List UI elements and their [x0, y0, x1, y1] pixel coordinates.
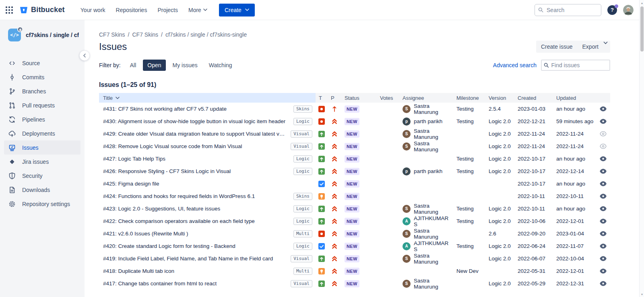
export-chevron-icon[interactable]: [603, 41, 608, 45]
kind-badge-visual[interactable]: Visual: [291, 130, 312, 138]
watching-eye-icon[interactable]: [596, 156, 610, 161]
find-issues-input[interactable]: [551, 62, 608, 69]
kind-badge-logic[interactable]: Logic: [293, 205, 312, 212]
watching-eye-icon[interactable]: [596, 106, 610, 111]
issue-title-link[interactable]: #423: Logic 2.0 - Suggestions, UI, featu…: [103, 206, 220, 212]
column-header-updated[interactable]: Updated: [553, 95, 596, 101]
topnav-item-projects[interactable]: Projects: [157, 7, 178, 13]
watching-eye-icon[interactable]: [596, 206, 610, 211]
kind-badge-visual[interactable]: Visual: [291, 143, 312, 150]
sidebar-item-issues[interactable]: Issues: [4, 140, 80, 155]
scrollbar-thumb[interactable]: [640, 6, 644, 52]
topnav-item-your-work[interactable]: Your work: [80, 7, 105, 13]
issue-title-link[interactable]: #427: Logic Tab Help Tips: [103, 156, 165, 162]
user-avatar[interactable]: [623, 5, 634, 15]
repo-avatar[interactable]: </>: [8, 29, 21, 41]
issue-title-link[interactable]: #417: Change tabs container from html to…: [103, 280, 217, 287]
issue-title-link[interactable]: #430: Alignment issue of show-hide toggl…: [103, 118, 285, 124]
issue-title-link[interactable]: #421: v2.6.0 Issues (Rewrite Multi ): [103, 231, 188, 237]
watching-eye-icon[interactable]: [596, 281, 610, 286]
issue-title-link[interactable]: #431: CF7 Skins not working after CF7 v5…: [103, 106, 227, 112]
kind-badge-logic[interactable]: Logic: [293, 168, 312, 175]
column-header-created[interactable]: Created: [514, 95, 553, 101]
column-header-votes[interactable]: Votes: [377, 95, 399, 101]
bitbucket-logo[interactable]: Bitbucket: [19, 6, 65, 14]
topnav-item-more[interactable]: More: [188, 7, 207, 13]
column-header-milestone[interactable]: Milestone: [453, 95, 485, 101]
kind-badge-visual[interactable]: Visual: [291, 255, 312, 262]
kind-badge-multi[interactable]: Multi: [293, 230, 312, 237]
topnav-item-repositories[interactable]: Repositories: [116, 7, 147, 13]
page-scrollbar[interactable]: ▲ ▼: [639, 0, 644, 297]
watching-eye-icon[interactable]: [596, 181, 610, 186]
chevron-down-icon: [245, 8, 249, 11]
watch-eye-icon[interactable]: [596, 131, 610, 136]
sidebar-item-branches[interactable]: Branches: [4, 84, 80, 98]
create-issue-button[interactable]: Create issue: [536, 41, 578, 53]
filter-tab-my-issues[interactable]: My issues: [168, 60, 202, 71]
watching-eye-icon[interactable]: [596, 243, 610, 249]
sidebar-item-jira-issues[interactable]: Jira issues: [4, 155, 80, 169]
table-row: #426: Responsive Styling - CF7 Skins Log…: [99, 165, 610, 177]
type-proposal-icon: [316, 193, 328, 200]
export-button[interactable]: Export: [578, 41, 603, 53]
table-row: #431: CF7 Skins not working after CF7 v5…: [99, 103, 610, 115]
sidebar-item-commits[interactable]: Commits: [4, 70, 80, 84]
sidebar-collapse-button[interactable]: [79, 50, 90, 61]
watching-eye-icon[interactable]: [596, 219, 610, 224]
sidebar-item-deployments[interactable]: Deployments: [4, 126, 80, 140]
assignee-cell: p parth parikh: [399, 118, 453, 126]
column-header-version[interactable]: Version: [485, 95, 514, 101]
kind-badge-visual[interactable]: Visual: [291, 280, 312, 287]
issue-title-link[interactable]: #419: Include Field Label, Field Name, a…: [103, 256, 273, 262]
sidebar-item-pull-requests[interactable]: Pull requests: [4, 98, 80, 112]
breadcrumb-link-cf7skins-single-cf7skins-single[interactable]: cf7skins / single / cf7skins-single: [165, 31, 247, 38]
sidebar-item-pipelines[interactable]: Pipelines: [4, 112, 80, 126]
scroll-down-icon[interactable]: ▼: [640, 291, 644, 297]
advanced-search-link[interactable]: Advanced search: [493, 62, 537, 68]
watching-eye-icon[interactable]: [596, 231, 610, 236]
issue-title-link[interactable]: #425: Figma design file: [103, 181, 159, 187]
kind-badge-logic[interactable]: Logic: [293, 155, 312, 163]
watching-eye-icon[interactable]: [596, 119, 610, 124]
apps-grid-icon[interactable]: [6, 6, 13, 14]
column-header-assignee[interactable]: Assignee: [399, 95, 453, 101]
kind-badge-multi[interactable]: Multi: [293, 268, 312, 275]
column-header-title[interactable]: Title: [99, 93, 316, 103]
issue-title-link[interactable]: #422: Check comparison operators availab…: [103, 218, 255, 224]
global-search-input[interactable]: [546, 6, 598, 14]
breadcrumb-link-cf7-skins[interactable]: CF7 Skins: [99, 31, 125, 38]
filter-tab-all[interactable]: All: [126, 60, 141, 71]
filter-tab-watching[interactable]: Watching: [204, 60, 237, 71]
kind-badge-logic[interactable]: Logic: [293, 243, 312, 250]
assignee-avatar: p: [402, 167, 411, 175]
kind-badge-logic[interactable]: Logic: [293, 118, 312, 125]
sidebar-item-downloads[interactable]: Downloads: [4, 183, 80, 197]
help-button[interactable]: ?: [607, 5, 617, 15]
issue-title-link[interactable]: #429: Create older Visual data migration…: [103, 131, 287, 137]
create-button[interactable]: Create: [219, 4, 255, 16]
issue-title-link[interactable]: #428: Remove Logic Visual source code fr…: [103, 143, 242, 149]
issue-title-link[interactable]: #420: Create standard Logic form for tes…: [103, 243, 235, 249]
column-header-status[interactable]: Status: [341, 95, 377, 101]
column-header-t[interactable]: T: [316, 95, 328, 101]
kind-badge-skins[interactable]: Skins: [293, 105, 312, 113]
issue-title-link[interactable]: #418: Duplicate Multi tab icon: [103, 268, 174, 274]
scroll-up-icon[interactable]: ▲: [640, 0, 644, 6]
sidebar-item-repository-settings[interactable]: Repository settings: [4, 197, 80, 211]
kind-badge-skins[interactable]: Skins: [293, 193, 312, 200]
issue-title-link[interactable]: #424: Functions and hooks for required f…: [103, 193, 255, 199]
watching-eye-icon[interactable]: [596, 256, 610, 261]
watching-eye-icon[interactable]: [596, 169, 610, 174]
filter-tab-open[interactable]: Open: [143, 60, 165, 71]
issue-title-link[interactable]: #426: Responsive Styling - CF7 Skins Log…: [103, 168, 231, 174]
breadcrumb-link-cf7-skins[interactable]: CF7 Skins: [132, 31, 158, 38]
column-header-p[interactable]: P: [328, 95, 341, 101]
watching-eye-icon[interactable]: [596, 194, 610, 199]
sidebar-item-source[interactable]: Source: [4, 56, 80, 70]
kind-badge-logic[interactable]: Logic: [293, 218, 312, 225]
watch-eye-icon[interactable]: [596, 144, 610, 149]
sidebar-item-security[interactable]: Security: [4, 169, 80, 183]
repo-name[interactable]: cf7skins / single / cf7s...: [26, 32, 79, 38]
watching-eye-icon[interactable]: [596, 268, 610, 274]
